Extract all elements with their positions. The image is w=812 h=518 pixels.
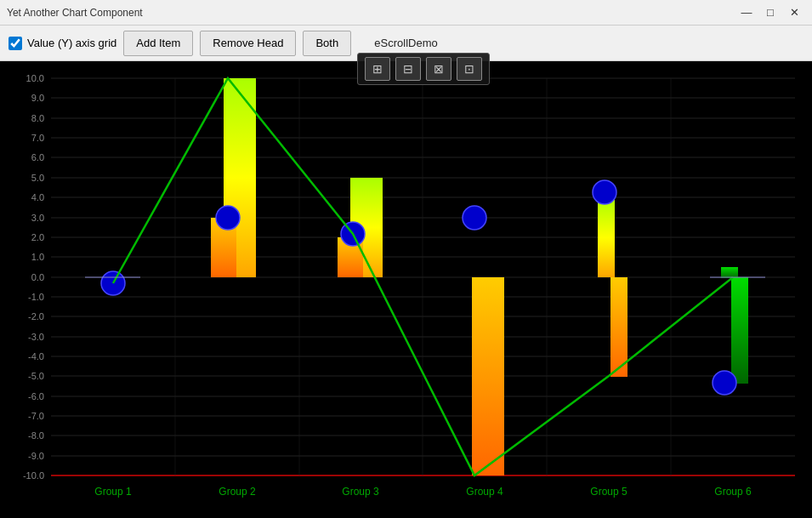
svg-text:-10.0: -10.0 [23, 470, 44, 481]
y-axis-grid-checkbox-container: Value (Y) axis grid [9, 37, 116, 50]
svg-text:-2.0: -2.0 [28, 311, 44, 322]
both-button[interactable]: Both [303, 31, 351, 56]
bar-g6-neg [731, 277, 748, 384]
point-g2 [216, 206, 240, 230]
close-button[interactable]: ✕ [783, 4, 805, 21]
floating-toolbar: ⊞ ⊟ ⊠ ⊡ [357, 53, 490, 85]
svg-text:10.0: 10.0 [26, 73, 44, 83]
svg-text:-8.0: -8.0 [28, 430, 44, 441]
bar-g4 [472, 277, 504, 475]
svg-text:4.0: 4.0 [31, 192, 44, 202]
svg-text:6.0: 6.0 [31, 152, 44, 162]
svg-text:-9.0: -9.0 [28, 451, 44, 461]
minimize-button[interactable]: — [735, 4, 758, 21]
svg-text:8.0: 8.0 [31, 113, 44, 123]
y-axis-grid-checkbox[interactable] [9, 37, 22, 50]
svg-text:Group 1: Group 1 [94, 486, 132, 498]
remove-head-button[interactable]: Remove Head [200, 31, 296, 56]
svg-text:-1.0: -1.0 [28, 292, 44, 302]
add-item-button[interactable]: Add Item [123, 31, 193, 56]
title-bar: Yet Another Chart Component — □ ✕ [0, 0, 812, 26]
svg-text:9.0: 9.0 [31, 93, 44, 103]
svg-text:-5.0: -5.0 [28, 371, 44, 381]
chart-title: eScrollDemo [374, 37, 437, 49]
svg-text:5.0: 5.0 [31, 173, 44, 183]
svg-text:-6.0: -6.0 [28, 391, 44, 401]
svg-text:Group 4: Group 4 [466, 486, 503, 498]
floating-btn-1[interactable]: ⊞ [365, 57, 390, 81]
svg-text:Group 5: Group 5 [590, 486, 627, 498]
point-g5 [593, 180, 616, 204]
chart-svg: 10.0 9.0 8.0 7.0 6.0 5.0 4.0 3.0 2.0 [0, 61, 812, 518]
maximize-button[interactable]: □ [759, 4, 781, 21]
svg-text:1.0: 1.0 [31, 252, 44, 262]
floating-btn-4[interactable]: ⊡ [457, 57, 482, 81]
chart-area: 10.0 9.0 8.0 7.0 6.0 5.0 4.0 3.0 2.0 [0, 61, 812, 518]
svg-text:-4.0: -4.0 [28, 351, 44, 361]
point-g6 [713, 371, 736, 395]
svg-text:-7.0: -7.0 [28, 411, 44, 421]
floating-btn-2[interactable]: ⊟ [395, 57, 421, 81]
svg-text:0.0: 0.0 [31, 272, 44, 282]
svg-text:Group 2: Group 2 [219, 486, 256, 498]
svg-text:2.0: 2.0 [31, 232, 44, 242]
floating-btn-3[interactable]: ⊠ [426, 57, 451, 81]
window-controls: — □ ✕ [735, 4, 805, 21]
svg-text:7.0: 7.0 [31, 133, 44, 143]
bar-g5-pos [598, 198, 615, 277]
y-axis-grid-label: Value (Y) axis grid [27, 37, 116, 49]
toolbar: Value (Y) axis grid Add Item Remove Head… [0, 26, 812, 61]
svg-text:-3.0: -3.0 [28, 332, 44, 342]
point-g4 [463, 206, 486, 230]
app-title: Yet Another Chart Component [7, 7, 143, 19]
svg-text:Group 6: Group 6 [714, 486, 752, 498]
bar-g6-pos [721, 267, 738, 278]
svg-text:Group 3: Group 3 [342, 486, 379, 498]
svg-text:3.0: 3.0 [31, 213, 44, 223]
